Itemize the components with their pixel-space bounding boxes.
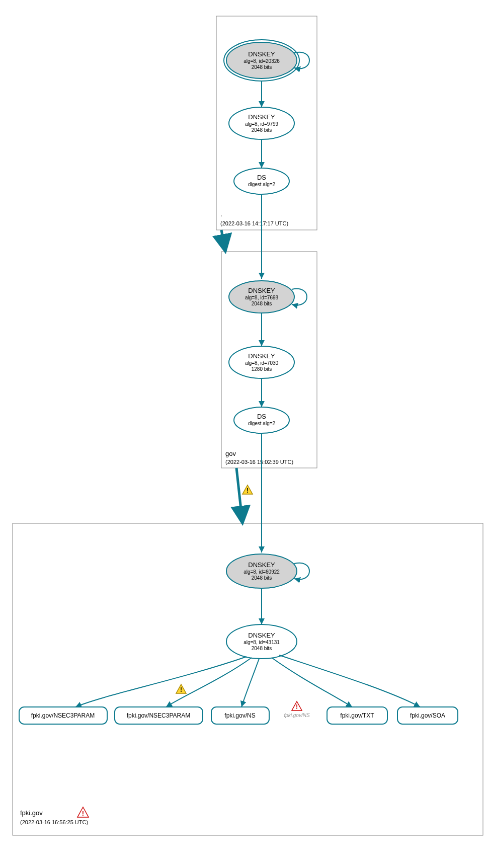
warning-icon: ! — [176, 684, 186, 693]
svg-text:!: ! — [247, 487, 249, 494]
svg-text:alg=8, id=60922: alg=8, id=60922 — [244, 569, 280, 575]
root-ds — [234, 168, 289, 194]
svg-text:DNSKEY: DNSKEY — [248, 113, 275, 121]
svg-text:fpki.gov/TXT: fpki.gov/TXT — [340, 712, 374, 719]
zone-root-time: (2022-03-16 14:17:17 UTC) — [220, 220, 288, 226]
svg-text:alg=8, id=9799: alg=8, id=9799 — [245, 121, 279, 127]
svg-text:fpki.gov/SOA: fpki.gov/SOA — [410, 712, 445, 719]
svg-text:2048 bits: 2048 bits — [252, 127, 272, 133]
svg-text:!: ! — [82, 810, 84, 817]
svg-text:fpki.gov/NS: fpki.gov/NS — [224, 712, 255, 719]
zone-gov-label: gov — [225, 450, 236, 457]
zone-fpki-time: (2022-03-16 16:56:25 UTC) — [20, 819, 88, 825]
svg-text:DNSKEY: DNSKEY — [248, 561, 275, 569]
svg-text:digest alg=2: digest alg=2 — [248, 421, 276, 426]
svg-text:alg=8, id=43131: alg=8, id=43131 — [244, 640, 280, 645]
zone-gov-time: (2022-03-16 15:02:39 UTC) — [225, 459, 293, 465]
svg-text:DNSKEY: DNSKEY — [248, 352, 275, 360]
svg-text:DNSKEY: DNSKEY — [248, 287, 275, 294]
svg-text:DS: DS — [257, 413, 266, 420]
svg-text:digest alg=2: digest alg=2 — [248, 182, 276, 187]
gov-ds — [234, 407, 289, 433]
svg-text:2048 bits: 2048 bits — [252, 64, 272, 70]
zone-fpki-label: fpki.gov — [20, 809, 43, 817]
svg-text:!: ! — [296, 703, 298, 711]
svg-text:DNSKEY: DNSKEY — [248, 50, 275, 58]
error-icon: ! — [77, 807, 89, 817]
zone-root-label: . — [220, 210, 222, 218]
svg-text:DS: DS — [257, 174, 266, 181]
svg-text:!: ! — [180, 686, 182, 693]
warning-icon: ! — [242, 485, 253, 494]
svg-text:alg=8, id=20326: alg=8, id=20326 — [244, 58, 280, 64]
svg-text:alg=8, id=7698: alg=8, id=7698 — [245, 295, 279, 300]
svg-text:fpki.gov/NSEC3PARAM: fpki.gov/NSEC3PARAM — [31, 712, 95, 719]
record-ns-insecure: fpki.gov/NS — [284, 713, 309, 718]
deleg-root-gov — [221, 230, 225, 252]
svg-text:fpki.gov/NSEC3PARAM: fpki.gov/NSEC3PARAM — [127, 712, 191, 719]
svg-text:1280 bits: 1280 bits — [252, 366, 272, 372]
svg-text:2048 bits: 2048 bits — [252, 575, 272, 581]
svg-text:2048 bits: 2048 bits — [252, 301, 272, 306]
dnssec-graph: . (2022-03-16 14:17:17 UTC) DNSKEY alg=8… — [5, 5, 487, 868]
svg-text:2048 bits: 2048 bits — [252, 646, 272, 651]
deleg-gov-fpki — [236, 468, 242, 523]
svg-text:alg=8, id=7030: alg=8, id=7030 — [245, 360, 279, 366]
svg-text:DNSKEY: DNSKEY — [248, 632, 275, 639]
error-icon: ! — [292, 701, 302, 711]
